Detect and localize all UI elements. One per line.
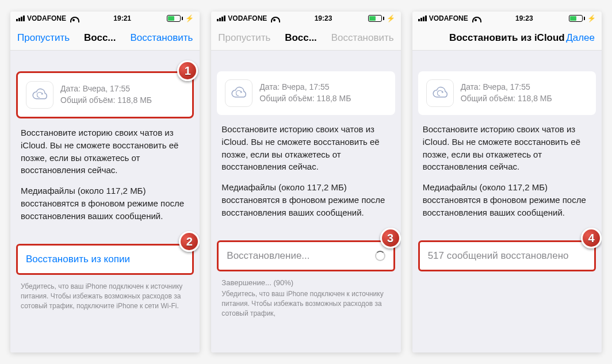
battery-icon: ⚡ (167, 14, 194, 22)
backup-card: Дата: Вчера, 17:55 Общий объём: 118,8 МБ (217, 71, 395, 115)
nav-skip-button[interactable]: Пропустить (17, 32, 70, 44)
step-badge-1: 1 (177, 60, 198, 81)
cloud-restore-icon (426, 79, 454, 107)
wifi-icon (270, 14, 278, 22)
signal-icon (418, 16, 427, 21)
clock: 19:21 (113, 14, 131, 22)
backup-size: Общий объём: 118,8 МБ (259, 93, 351, 105)
cloud-restore-icon (225, 79, 253, 107)
nav-bar: Восстановить из iCloud Далее (412, 25, 602, 51)
restoring-row: Восстановление... (217, 240, 395, 271)
action-label: Восстановить из копии (26, 254, 130, 265)
signal-icon (16, 16, 25, 21)
battery-icon: ⚡ (569, 14, 596, 22)
nav-bar: Пропустить Восс... Восстановить (211, 25, 400, 51)
action-label: Восстановление... (227, 250, 309, 262)
backup-card: Дата: Вчера, 17:55 Общий объём: 118,8 МБ (418, 71, 596, 115)
signal-icon (217, 16, 225, 21)
status-bar: VODAFONE 19:21 ⚡ (10, 12, 200, 25)
action-label: 517 сообщений восстановлено (428, 250, 569, 262)
step-badge-4: 4 (581, 228, 602, 248)
nav-title: Восс... (74, 32, 126, 44)
backup-date: Дата: Вчера, 17:55 (461, 82, 552, 93)
wifi-icon (472, 14, 480, 22)
wifi-icon (70, 14, 78, 22)
phone-screen-1: VODAFONE 19:21 ⚡ Пропустить Восс... Восс… (10, 12, 200, 352)
completion-progress: Завершение... (90%) (211, 276, 400, 287)
footer-hint: Убедитесь, что ваш iPhone подключен к ис… (10, 279, 200, 311)
restored-count-row: 517 сообщений восстановлено (418, 240, 596, 271)
backup-date: Дата: Вчера, 17:55 (259, 82, 351, 93)
spinner-icon (375, 251, 385, 261)
nav-next-button[interactable]: Далее (566, 32, 595, 44)
clock: 19:23 (515, 14, 533, 22)
restore-from-copy-button[interactable]: Восстановить из копии (16, 244, 194, 275)
clock: 19:23 (315, 14, 332, 22)
status-bar: VODAFONE 19:23 ⚡ (412, 12, 602, 25)
restore-description-1: Восстановите историю своих чатов из iClo… (10, 124, 200, 177)
status-bar: VODAFONE 19:23 ⚡ (211, 12, 400, 25)
restore-description-1: Восстановите историю своих чатов из iClo… (211, 121, 400, 173)
nav-restore-button: Восстановить (331, 32, 394, 44)
carrier-label: VODAFONE (228, 14, 267, 22)
carrier-label: VODAFONE (429, 14, 468, 22)
footer-hint: Убедитесь, что ваш iPhone подключен к ис… (211, 287, 400, 318)
nav-skip-button: Пропустить (218, 32, 270, 44)
backup-card[interactable]: 1 Дата: Вчера, 17:55 Общий объём: 118,8 … (16, 71, 194, 118)
restore-description-2: Медиафайлы (около 117,2 МБ) восстановятс… (10, 177, 200, 222)
phone-screen-2: VODAFONE 19:23 ⚡ Пропустить Восс... Восс… (211, 12, 400, 352)
nav-title: Восстановить из iCloud (448, 32, 567, 44)
nav-bar: Пропустить Восс... Восстановить (10, 25, 200, 51)
cloud-restore-icon (26, 81, 53, 109)
step-badge-2: 2 (179, 231, 200, 252)
nav-title: Восс... (275, 32, 327, 44)
nav-restore-button[interactable]: Восстановить (130, 32, 193, 44)
restore-description-2: Медиафайлы (около 117,2 МБ) восстановятс… (211, 173, 400, 219)
restore-description-2: Медиафайлы (около 117,2 МБ) восстановятс… (412, 173, 602, 219)
battery-icon: ⚡ (368, 14, 395, 22)
carrier-label: VODAFONE (27, 14, 66, 22)
backup-size: Общий объём: 118,8 МБ (60, 95, 152, 106)
backup-date: Дата: Вчера, 17:55 (60, 83, 152, 95)
restore-description-1: Восстановите историю своих чатов из iClo… (412, 121, 602, 173)
step-badge-3: 3 (380, 228, 401, 248)
backup-size: Общий объём: 118,8 МБ (461, 93, 552, 105)
phone-screen-3: VODAFONE 19:23 ⚡ Восстановить из iCloud … (412, 12, 602, 352)
